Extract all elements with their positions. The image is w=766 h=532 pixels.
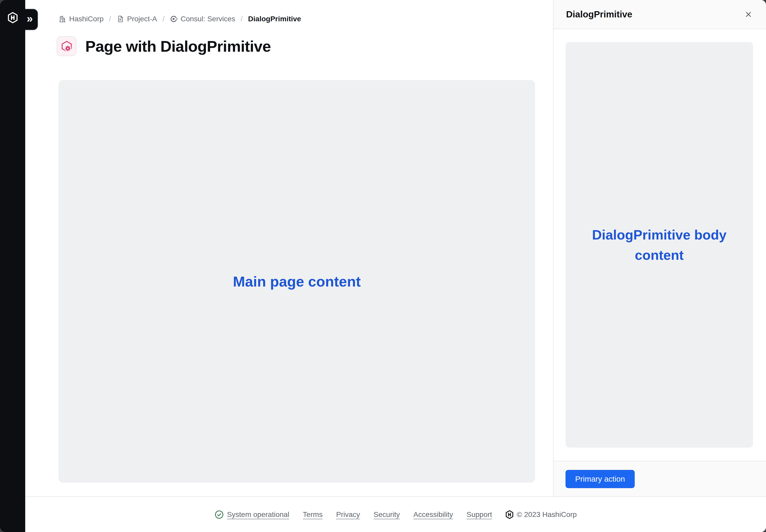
- breadcrumb-item-project[interactable]: Project-A: [116, 15, 157, 23]
- footer-link-security[interactable]: Security: [374, 510, 400, 519]
- breadcrumb-item-consul-services[interactable]: Consul: Services: [170, 15, 235, 23]
- document-icon: [116, 15, 124, 23]
- breadcrumb: HashiCorp / Project-A /: [58, 15, 301, 23]
- footer-copyright-text: © 2023 HashiCorp: [517, 510, 577, 519]
- consul-gear-icon: [61, 40, 73, 52]
- page-title: Page with DialogPrimitive: [85, 37, 271, 55]
- footer-link-privacy[interactable]: Privacy: [336, 510, 360, 519]
- close-icon: [744, 10, 753, 19]
- breadcrumb-item-current: DialogPrimitive: [248, 15, 301, 23]
- footer-link-support[interactable]: Support: [466, 510, 492, 519]
- breadcrumb-label: HashiCorp: [69, 15, 103, 23]
- breadcrumb-separator: /: [241, 15, 243, 23]
- dialog-close-button[interactable]: [742, 8, 755, 21]
- main-placeholder-box: Main page content: [58, 80, 535, 483]
- dialog-title: DialogPrimitive: [566, 9, 742, 19]
- breadcrumb-separator: /: [162, 15, 164, 23]
- hashicorp-logo-icon: [8, 12, 18, 24]
- breadcrumb-label: Project-A: [127, 15, 157, 23]
- breadcrumb-label: Consul: Services: [180, 15, 235, 23]
- breadcrumb-item-hashicorp[interactable]: HashiCorp: [58, 15, 103, 23]
- dialog-body: DialogPrimitive body content: [553, 29, 766, 461]
- app-sidebar: [0, 0, 25, 532]
- breadcrumb-separator: /: [109, 15, 111, 23]
- consul-icon: [170, 15, 177, 23]
- hashicorp-home-link[interactable]: [0, 12, 25, 24]
- dialog-footer: Primary action: [553, 461, 766, 496]
- page-header: Page with DialogPrimitive: [57, 36, 271, 56]
- page-title-badge: [57, 36, 76, 56]
- footer-copyright: © 2023 HashiCorp: [505, 510, 577, 519]
- app-window: » HashiCorp / Project-A /: [0, 0, 766, 532]
- org-icon: [58, 15, 66, 23]
- system-status-link[interactable]: System operational: [215, 510, 289, 519]
- dialog-placeholder-box: DialogPrimitive body content: [565, 42, 753, 448]
- footer-link-accessibility[interactable]: Accessibility: [413, 510, 453, 519]
- main-placeholder-text: Main page content: [233, 273, 361, 290]
- hashicorp-logo-icon: [505, 510, 513, 519]
- dialog-placeholder-text: DialogPrimitive body content: [592, 225, 727, 265]
- check-circle-icon: [215, 510, 224, 519]
- dialog-header: DialogPrimitive: [553, 0, 766, 29]
- footer-link-terms[interactable]: Terms: [303, 510, 323, 519]
- app-footer: System operational Terms Privacy Securit…: [25, 496, 766, 532]
- dialog-primitive-panel: DialogPrimitive DialogPrimitive body con…: [553, 0, 766, 496]
- main-content-area: HashiCorp / Project-A /: [25, 0, 553, 496]
- double-chevron-right-icon: »: [27, 13, 33, 24]
- system-status-label: System operational: [227, 510, 289, 519]
- primary-action-button[interactable]: Primary action: [565, 470, 635, 488]
